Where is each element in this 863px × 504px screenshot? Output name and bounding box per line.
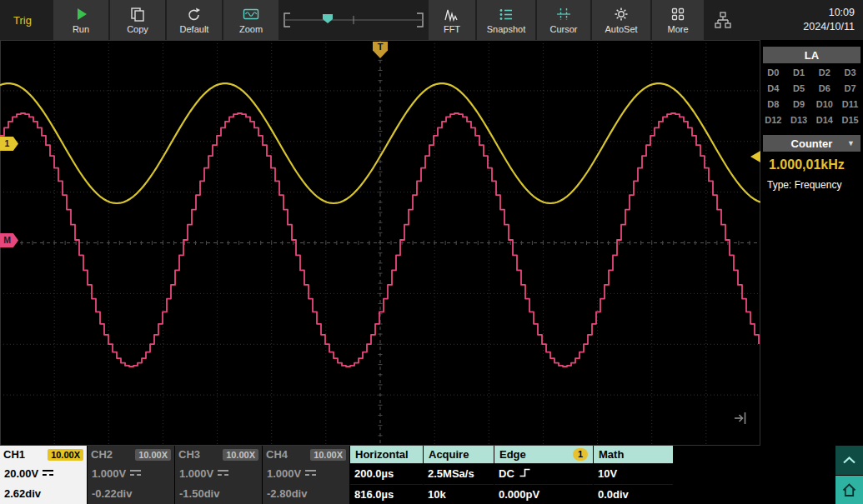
acquire-title: Acquire bbox=[429, 448, 469, 461]
digital-channel[interactable]: D8 bbox=[760, 97, 786, 112]
home-button[interactable] bbox=[835, 476, 863, 504]
dc-coupling-icon bbox=[218, 470, 228, 477]
ch1-offset: 2.62div bbox=[4, 487, 41, 500]
clock: 10:09 2024/10/11 bbox=[803, 0, 863, 40]
more-button[interactable]: More bbox=[652, 0, 704, 40]
side-buttons bbox=[835, 446, 863, 504]
memory-depth-value: 10k bbox=[428, 488, 446, 501]
horizontal-title: Horizontal bbox=[355, 448, 409, 461]
trig-status-label: Trig bbox=[0, 0, 53, 40]
clock-time: 10:09 bbox=[803, 6, 855, 20]
snapshot-button[interactable]: Snapshot bbox=[477, 0, 535, 40]
digital-channel[interactable]: D2 bbox=[812, 65, 838, 81]
ch1-scale: 20.00V bbox=[4, 467, 38, 480]
autoset-button[interactable]: AutoSet bbox=[592, 0, 650, 40]
right-panel: LA D0 D1 D2 D3 D4 D5 D6 D7 D8 D9 D10 D11… bbox=[760, 40, 863, 446]
gear-icon bbox=[613, 7, 630, 22]
waveform-display[interactable]: T 1 M bbox=[0, 40, 760, 446]
ch3-offset: -1.50div bbox=[179, 487, 219, 500]
oscilloscope-app: Trig Run Copy Default bbox=[0, 0, 863, 504]
ch3-scale: 1.000V bbox=[179, 467, 213, 480]
acquire-status-block[interactable]: Acquire 2.5MSa/s 10k bbox=[424, 446, 494, 504]
ch1-probe-badge: 10.00X bbox=[48, 449, 83, 461]
cursor-button[interactable]: Cursor bbox=[537, 0, 590, 40]
autoset-label: AutoSet bbox=[605, 24, 637, 34]
chevron-down-icon: ▼ bbox=[847, 139, 855, 147]
ch4-scale: 1.000V bbox=[267, 467, 301, 480]
horizontal-status-block[interactable]: Horizontal 200.0µs 816.0µs bbox=[350, 446, 423, 504]
fft-label: FFT bbox=[444, 24, 460, 34]
rising-edge-icon bbox=[519, 467, 531, 481]
digital-channel[interactable]: D9 bbox=[786, 97, 812, 112]
zoom-button[interactable]: Zoom bbox=[223, 0, 278, 40]
default-label: Default bbox=[180, 24, 209, 34]
counter-title: Counter bbox=[791, 137, 833, 150]
counter-type: Type: Frequency bbox=[760, 179, 863, 191]
dc-coupling-icon bbox=[43, 470, 53, 477]
run-button[interactable]: Run bbox=[53, 0, 108, 40]
ch1-name: CH1 bbox=[3, 448, 25, 461]
la-panel-header[interactable]: LA bbox=[763, 47, 860, 63]
copy-icon bbox=[129, 7, 146, 22]
trigger-source-badge: 1 bbox=[573, 448, 588, 461]
ch4-status-block[interactable]: CH4 10.00X 1.000V -2.80div bbox=[263, 446, 349, 504]
ch4-name: CH4 bbox=[266, 448, 288, 461]
ch1-status-block[interactable]: CH1 10.00X 20.00V 2.62div bbox=[0, 446, 87, 504]
digital-channel[interactable]: D13 bbox=[786, 112, 812, 128]
digital-channel[interactable]: D12 bbox=[760, 112, 786, 128]
exit-fullscreen-icon[interactable] bbox=[732, 409, 750, 431]
digital-channel[interactable]: D4 bbox=[760, 81, 786, 97]
copy-label: Copy bbox=[127, 24, 148, 34]
digital-channel[interactable]: D11 bbox=[837, 97, 863, 112]
trigger-level-marker[interactable] bbox=[750, 151, 760, 162]
digital-channel[interactable]: D5 bbox=[786, 81, 812, 97]
ch2-status-block[interactable]: CH2 10.00X 1.000V -0.22div bbox=[88, 446, 174, 504]
ch4-probe-badge: 10.00X bbox=[310, 449, 346, 461]
digital-channel[interactable]: D15 bbox=[837, 112, 863, 128]
ch3-name: CH3 bbox=[178, 448, 200, 461]
trigger-coupling: DC bbox=[499, 467, 514, 480]
timebase-value: 200.0µs bbox=[354, 467, 394, 480]
toolbar: Trig Run Copy Default bbox=[0, 0, 863, 40]
reset-arrow-icon bbox=[186, 7, 203, 22]
sample-rate-value: 2.5MSa/s bbox=[428, 467, 474, 480]
counter-header[interactable]: Counter ▼ bbox=[763, 135, 860, 152]
network-status-icon[interactable] bbox=[705, 0, 740, 40]
wave-zoom-icon bbox=[243, 7, 259, 22]
copy-button[interactable]: Copy bbox=[110, 0, 165, 40]
trigger-level-value: 0.000pV bbox=[499, 488, 539, 501]
dc-coupling-icon bbox=[130, 470, 141, 477]
spectrum-icon bbox=[444, 7, 460, 22]
clock-date: 2024/10/11 bbox=[803, 20, 855, 34]
chevron-up-icon bbox=[840, 452, 858, 467]
math-status-block[interactable]: Math 10V 0.0div bbox=[594, 446, 673, 504]
graticule-and-waves bbox=[0, 40, 760, 446]
grid-menu-icon bbox=[670, 7, 686, 22]
ch2-scale: 1.000V bbox=[92, 467, 126, 480]
digital-channel[interactable]: D14 bbox=[812, 112, 838, 128]
default-button[interactable]: Default bbox=[167, 0, 222, 40]
zoom-label: Zoom bbox=[239, 24, 263, 34]
cursor-label: Cursor bbox=[549, 24, 577, 34]
run-label: Run bbox=[73, 24, 89, 34]
ch2-probe-badge: 10.00X bbox=[135, 449, 171, 461]
play-icon bbox=[73, 7, 89, 22]
digital-channel[interactable]: D10 bbox=[812, 97, 838, 112]
trigger-status-block[interactable]: Edge 1 DC 0.000pV bbox=[494, 446, 593, 504]
collapse-up-button[interactable] bbox=[835, 446, 863, 475]
dc-coupling-icon bbox=[305, 470, 316, 477]
ch2-offset: -0.22div bbox=[92, 487, 132, 500]
math-scale: 10V bbox=[598, 467, 617, 480]
trigger-position-slider[interactable] bbox=[280, 0, 427, 40]
trigger-title: Edge bbox=[499, 448, 526, 461]
digital-channel[interactable]: D7 bbox=[837, 81, 863, 97]
math-title: Math bbox=[599, 448, 624, 461]
digital-channel[interactable]: D1 bbox=[786, 65, 812, 81]
digital-channel[interactable]: D0 bbox=[760, 65, 786, 81]
digital-channel[interactable]: D3 bbox=[837, 65, 863, 81]
math-offset: 0.0div bbox=[598, 488, 629, 501]
ch3-status-block[interactable]: CH3 10.00X 1.000V -1.50div bbox=[175, 446, 262, 504]
fft-button[interactable]: FFT bbox=[429, 0, 475, 40]
snapshot-label: Snapshot bbox=[487, 24, 525, 34]
digital-channel[interactable]: D6 bbox=[812, 81, 838, 97]
